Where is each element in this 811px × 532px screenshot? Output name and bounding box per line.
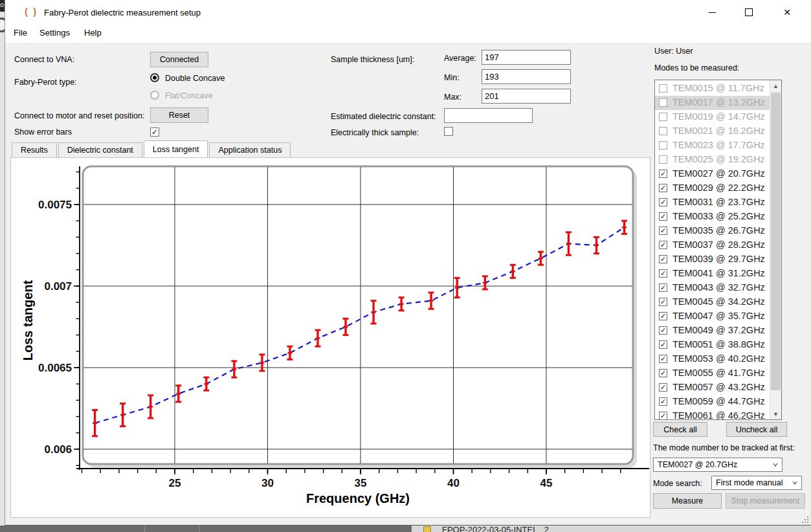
dielectric-constant-input[interactable] [444,108,533,123]
mode-item[interactable]: ✓TEM0037 @ 28.2GHz [655,238,770,252]
connected-button[interactable]: Connected [150,52,208,67]
minimize-icon [709,12,716,13]
menu-item-file[interactable]: File [14,28,27,38]
scroll-down-icon[interactable]: ▼ [770,408,781,419]
mode-checkbox[interactable]: ✓ [659,283,667,292]
mode-item[interactable]: ✓TEM0027 @ 20.7GHz [655,167,770,181]
mode-item[interactable]: ✓TEM0051 @ 38.8GHz [655,338,770,352]
reset-button[interactable]: Reset [150,107,208,123]
svg-text:45: 45 [540,477,553,489]
mode-item[interactable]: TEM0023 @ 17.7GHz [655,139,770,153]
mode-item[interactable]: ✓TEM0043 @ 32.7GHz [655,281,770,295]
chart-svg: 0.0060.00650.0070.00752530354045Frequenc… [12,159,649,516]
tab-results[interactable]: Results [12,142,57,157]
mode-item[interactable]: ✓TEM0057 @ 43.2GHz [655,381,770,395]
mode-checkbox [659,113,667,121]
double-concave-label[interactable]: Double Concave [165,74,225,83]
maximize-icon [745,8,753,16]
close-icon: ✕ [783,8,791,17]
uncheck-all-button[interactable]: Uncheck all [726,422,787,437]
mode-item[interactable]: ✓TEM0045 @ 34.2GHz [655,295,770,309]
double-concave-radio[interactable] [150,73,159,82]
tab-application-status[interactable]: Application status [209,142,291,157]
mode-item[interactable]: ✓TEM0055 @ 41.7GHz [655,366,770,381]
connected-button-label: Connected [160,55,199,64]
mode-checkbox [659,141,667,150]
maximize-button[interactable] [734,0,764,25]
modes-scrollbar[interactable]: ▲ ▼ [770,80,781,419]
screenshot-root: o ( ) Fabry-Perot dielectric measurement… [0,0,811,532]
min-label: Min: [444,73,460,82]
mode-item[interactable]: ✓TEM0041 @ 31.2GHz [655,267,770,281]
modes-listbox[interactable]: TEM0015 @ 11.7GHzTEM0017 @ 13.2GHzTEM001… [654,80,782,420]
mode-item-label: TEM0035 @ 26.7GHz [672,225,765,236]
resize-grip[interactable] [801,515,808,523]
average-input[interactable] [482,50,571,65]
mode-checkbox[interactable]: ✓ [659,383,667,392]
mode-item[interactable]: ✓TEM0031 @ 23.7GHz [655,195,770,210]
mode-item[interactable]: ✓TEM0039 @ 29.7GHz [655,252,770,267]
mode-checkbox[interactable]: ✓ [659,298,667,306]
close-button[interactable]: ✕ [772,0,802,25]
mode-item-label: TEM0041 @ 31.2GHz [672,268,765,278]
x-axis-title: Frequency (GHz) [306,491,410,505]
mode-checkbox [659,98,667,107]
mode-checkbox[interactable]: ✓ [659,227,667,235]
mode-item[interactable]: ✓TEM0047 @ 35.7GHz [655,309,770,324]
svg-text:0.0075: 0.0075 [38,199,72,211]
mode-item[interactable]: ✓TEM0053 @ 40.2GHz [655,352,770,366]
tracked-mode-dropdown[interactable]: TEM0027 @ 20.7GHz [653,458,783,472]
mode-item[interactable]: ✓TEM0033 @ 25.2GHz [655,210,770,224]
min-input[interactable] [482,69,571,84]
max-label: Max: [444,93,461,102]
mode-item[interactable]: TEM0025 @ 19.2GHz [655,153,770,167]
flat-concave-radio [150,91,159,100]
background-file-name: FPOP-2022-03-05-INTEL 2 [442,526,549,532]
mode-checkbox[interactable]: ✓ [659,269,667,278]
mode-checkbox[interactable]: ✓ [659,312,667,320]
measure-button[interactable]: Measure [653,493,722,509]
mode-checkbox[interactable]: ✓ [659,326,667,335]
check-all-button[interactable]: Check all [653,422,707,437]
menu-item-settings[interactable]: Settings [39,28,70,38]
mode-checkbox[interactable]: ✓ [659,255,667,263]
mode-item[interactable]: TEM0015 @ 11.7GHz [655,82,770,96]
mode-checkbox[interactable]: ✓ [659,355,667,363]
menu-item-help[interactable]: Help [84,28,102,38]
show-error-bars-checkbox[interactable]: ✓ [150,127,159,137]
mode-item-label: TEM0037 @ 28.2GHz [672,239,765,250]
tab-loss-tangent[interactable]: Loss tangent [144,140,208,157]
mode-item[interactable]: ✓TEM0049 @ 37.2GHz [655,324,770,338]
mode-item[interactable]: TEM0017 @ 13.2GHz [655,96,770,110]
mode-checkbox[interactable]: ✓ [659,241,667,249]
bottom-separator [144,526,145,532]
mode-checkbox[interactable]: ✓ [659,184,667,192]
mode-checkbox[interactable]: ✓ [659,170,667,178]
title-bar[interactable]: ( ) Fabry-Perot dielectric measurement s… [5,0,811,25]
mode-item[interactable]: TEM0019 @ 14.7GHz [655,110,770,124]
mode-item[interactable]: ✓TEM0059 @ 44.7GHz [655,395,770,409]
thickness-label: Sample thickness [um]: [331,55,414,64]
mode-checkbox[interactable]: ✓ [659,212,667,221]
scroll-up-icon[interactable]: ▲ [770,80,781,91]
mode-checkbox[interactable]: ✓ [659,340,667,349]
mode-search-dropdown[interactable]: First mode manual [711,476,802,490]
tab-dielectric-constant[interactable]: Dielectric constant [58,142,142,157]
mode-item[interactable]: TEM0021 @ 16.2GHz [655,124,770,139]
window-title: Fabry-Perot dielectric measurement setup [44,8,201,17]
scrollbar-thumb[interactable] [771,93,781,390]
mode-checkbox[interactable]: ✓ [659,397,667,406]
mode-item-label: TEM0053 @ 40.2GHz [672,353,765,364]
max-input[interactable] [482,89,571,104]
mode-item[interactable]: ✓TEM0029 @ 22.2GHz [655,181,770,195]
mode-item[interactable]: ✓TEM0035 @ 26.7GHz [655,224,770,238]
menu-bar: FileSettingsHelp [5,25,811,43]
mode-item[interactable]: ✓TEM0061 @ 46.2GHz [655,409,770,420]
app-icon: ( ) [25,6,38,17]
mode-checkbox[interactable]: ✓ [659,412,667,420]
mode-checkbox[interactable]: ✓ [659,369,667,377]
svg-text:30: 30 [261,477,274,489]
mode-checkbox[interactable]: ✓ [659,198,667,206]
thick-sample-checkbox[interactable] [444,127,453,136]
minimize-button[interactable] [697,0,727,25]
